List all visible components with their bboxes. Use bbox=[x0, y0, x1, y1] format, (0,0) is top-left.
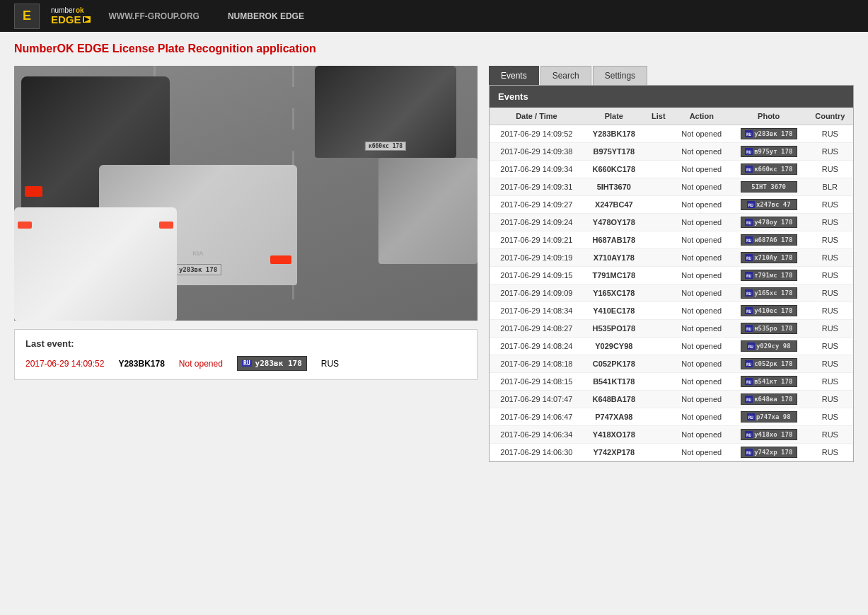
right-column: Events Search Settings Events Date / Tim… bbox=[489, 66, 854, 462]
cell-action: Not opened bbox=[673, 284, 731, 302]
brand-edge-icon: ▶ bbox=[83, 16, 91, 23]
company-logo-letter: E bbox=[23, 8, 31, 23]
last-event-box: Last event: 2017-06-29 14:09:52 Y283BK17… bbox=[14, 329, 478, 380]
events-table: Date / Time Plate List Action Photo Coun… bbox=[490, 108, 853, 461]
table-row[interactable]: 2017-06-29 14:09:31 5IHT3670 Not opened … bbox=[490, 178, 853, 196]
cell-plate: Y410EC178 bbox=[584, 302, 644, 320]
table-row[interactable]: 2017-06-29 14:09:15 T791MC178 Not opened… bbox=[490, 267, 853, 284]
cell-action: Not opened bbox=[673, 196, 731, 214]
table-row[interactable]: 2017-06-29 14:06:47 P747XA98 Not opened … bbox=[490, 408, 853, 426]
table-row[interactable]: 2017-06-29 14:08:15 B541KT178 Not opened… bbox=[490, 373, 853, 391]
cell-list bbox=[644, 249, 673, 267]
cell-datetime: 2017-06-29 14:08:18 bbox=[490, 355, 584, 373]
cell-datetime: 2017-06-29 14:09:09 bbox=[490, 284, 584, 302]
table-row[interactable]: 2017-06-29 14:09:21 H687AB178 Not opened… bbox=[490, 231, 853, 249]
cell-photo: 5IНТ 3670 bbox=[731, 178, 807, 196]
header-product: NUMBEROK EDGE bbox=[228, 11, 304, 21]
cell-photo: RU х710Ау 178 bbox=[731, 249, 807, 267]
table-row[interactable]: 2017-06-29 14:08:18 C052PK178 Not opened… bbox=[490, 355, 853, 373]
cell-country: RUS bbox=[807, 231, 853, 249]
table-row[interactable]: 2017-06-29 14:09:09 Y165XC178 Not opened… bbox=[490, 284, 853, 302]
table-row[interactable]: 2017-06-29 14:09:27 X247BC47 Not opened … bbox=[490, 196, 853, 214]
cell-photo: RU у410ес 178 bbox=[731, 302, 807, 320]
cell-plate: T791MC178 bbox=[584, 267, 644, 284]
last-event-status: Not opened bbox=[179, 359, 223, 369]
company-logo-box: E bbox=[14, 4, 40, 29]
last-event-datetime: 2017-06-29 14:09:52 bbox=[25, 359, 104, 369]
camera-feed: в975ут 178 у283вк 178 KIA bbox=[14, 66, 478, 321]
cell-action: Not opened bbox=[673, 125, 731, 143]
cell-plate: Y742XP178 bbox=[584, 444, 644, 461]
car-white-hatch bbox=[14, 207, 177, 321]
last-event-plate-image: RU у283вк 178 bbox=[237, 356, 307, 371]
cell-datetime: 2017-06-29 14:08:27 bbox=[490, 320, 584, 338]
table-row[interactable]: 2017-06-29 14:07:47 K648BA178 Not opened… bbox=[490, 391, 853, 408]
cell-plate: B975YT178 bbox=[584, 143, 644, 161]
cell-plate: H687AB178 bbox=[584, 231, 644, 249]
table-row[interactable]: 2017-06-29 14:08:34 Y410EC178 Not opened… bbox=[490, 302, 853, 320]
cell-country: RUS bbox=[807, 373, 853, 391]
brand-logo: number ok EDGE ▶ bbox=[51, 7, 91, 25]
cell-plate: X710AY178 bbox=[584, 249, 644, 267]
cell-plate: C052PK178 bbox=[584, 355, 644, 373]
header-website: WWW.FF-GROUP.ORG bbox=[109, 11, 199, 21]
cell-action: Not opened bbox=[673, 178, 731, 196]
cell-country: RUS bbox=[807, 426, 853, 444]
cell-datetime: 2017-06-29 14:06:47 bbox=[490, 408, 584, 426]
cell-photo: RU т791мс 178 bbox=[731, 267, 807, 284]
car-dark-top: к660кс 178 bbox=[315, 66, 456, 158]
table-row[interactable]: 2017-06-29 14:09:24 Y478OY178 Not opened… bbox=[490, 214, 853, 231]
tab-events[interactable]: Events bbox=[489, 66, 539, 85]
cell-photo: RU у165хс 178 bbox=[731, 284, 807, 302]
tab-settings[interactable]: Settings bbox=[593, 66, 647, 85]
table-row[interactable]: 2017-06-29 14:09:19 X710AY178 Not opened… bbox=[490, 249, 853, 267]
brand-edge: EDGE bbox=[51, 14, 81, 25]
cell-action: Not opened bbox=[673, 231, 731, 249]
cell-list bbox=[644, 196, 673, 214]
table-row[interactable]: 2017-06-29 14:09:38 B975YT178 Not opened… bbox=[490, 143, 853, 161]
cell-datetime: 2017-06-29 14:09:34 bbox=[490, 161, 584, 178]
cell-photo: RU у742хр 178 bbox=[731, 444, 807, 461]
cell-plate: B541KT178 bbox=[584, 373, 644, 391]
cell-plate: P747XA98 bbox=[584, 408, 644, 426]
cell-action: Not opened bbox=[673, 408, 731, 426]
cell-photo: RU в541кт 178 bbox=[731, 373, 807, 391]
plate-text: у283вк 178 bbox=[255, 359, 302, 368]
table-row[interactable]: 2017-06-29 14:09:52 Y283BK178 Not opened… bbox=[490, 125, 853, 143]
cell-list bbox=[644, 161, 673, 178]
last-event-plate: Y283BK178 bbox=[118, 359, 164, 369]
tab-search[interactable]: Search bbox=[540, 66, 591, 85]
cell-country: RUS bbox=[807, 267, 853, 284]
cell-country: RUS bbox=[807, 161, 853, 178]
cell-list bbox=[644, 426, 673, 444]
road-scene: в975ут 178 у283вк 178 KIA bbox=[14, 66, 478, 321]
cell-action: Not opened bbox=[673, 391, 731, 408]
cell-photo: RU н535ро 178 bbox=[731, 320, 807, 338]
cell-plate: K660KC178 bbox=[584, 161, 644, 178]
cell-list bbox=[644, 391, 673, 408]
main-content: NumberOK EDGE License Plate Recognition … bbox=[0, 32, 868, 473]
table-row[interactable]: 2017-06-29 14:08:27 H535PO178 Not opened… bbox=[490, 320, 853, 338]
cell-list bbox=[644, 214, 673, 231]
cell-list bbox=[644, 267, 673, 284]
table-row[interactable]: 2017-06-29 14:09:34 K660KC178 Not opened… bbox=[490, 161, 853, 178]
cell-datetime: 2017-06-29 14:06:30 bbox=[490, 444, 584, 461]
cell-country: RUS bbox=[807, 214, 853, 231]
cell-action: Not opened bbox=[673, 161, 731, 178]
left-column: в975ут 178 у283вк 178 KIA bbox=[14, 66, 478, 462]
cell-list bbox=[644, 444, 673, 461]
table-row[interactable]: 2017-06-29 14:06:30 Y742XP178 Not opened… bbox=[490, 444, 853, 461]
cell-list bbox=[644, 355, 673, 373]
table-row[interactable]: 2017-06-29 14:06:34 Y418XO178 Not opened… bbox=[490, 426, 853, 444]
cell-list bbox=[644, 284, 673, 302]
cell-country: RUS bbox=[807, 444, 853, 461]
cell-country: RUS bbox=[807, 355, 853, 373]
cell-datetime: 2017-06-29 14:07:47 bbox=[490, 391, 584, 408]
col-list: List bbox=[644, 108, 673, 125]
col-plate: Plate bbox=[584, 108, 644, 125]
cell-plate: Y418XO178 bbox=[584, 426, 644, 444]
cell-datetime: 2017-06-29 14:08:24 bbox=[490, 338, 584, 355]
cell-plate: Y165XC178 bbox=[584, 284, 644, 302]
plate-y283bk: у283вк 178 bbox=[175, 264, 221, 275]
table-row[interactable]: 2017-06-29 14:08:24 Y029CY98 Not opened … bbox=[490, 338, 853, 355]
